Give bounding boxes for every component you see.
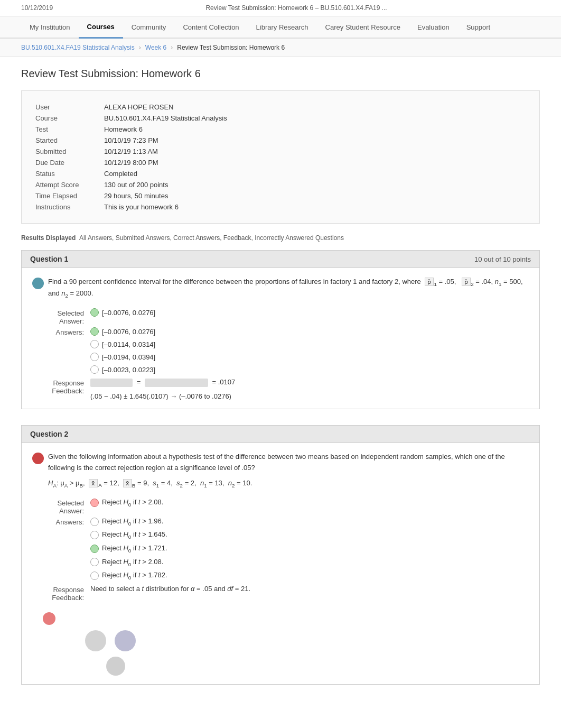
course-label: Course [32, 113, 101, 124]
question-1-text: Find a 90 percent confidence interval fo… [32, 277, 529, 300]
results-label: Results Displayed [21, 234, 76, 242]
info-row-status: Status Completed [32, 168, 529, 179]
nav-library-research[interactable]: Library Research [248, 17, 317, 38]
q1-answer-2: [–0.0114, 0.0314] [90, 340, 529, 348]
q2-feedback-text: Need to select a t distribution for α = … [90, 585, 529, 593]
question-1-block: Question 1 10 out of 10 points Find a 90… [21, 250, 540, 409]
q2-selected-text: Reject H0 if t > 2.08. [102, 498, 163, 508]
info-row-started: Started 10/10/19 7:23 PM [32, 135, 529, 146]
attempt-value: 130 out of 200 points [101, 179, 529, 190]
q1-answer-4: [–0.0023, 0.0223] [90, 365, 529, 374]
q2-answer-4-bullet [90, 558, 99, 566]
question-1-points: 10 out of 10 points [474, 255, 531, 263]
q2-answer-3-bullet [90, 545, 99, 553]
due-date-label: Due Date [32, 157, 101, 168]
info-row-test: Test Homework 6 [32, 124, 529, 135]
breadcrumb-sep1: › [139, 44, 141, 51]
q2-answer-5-text: Reject H0 if t > 1.782. [102, 571, 167, 580]
q1-answer-4-bullet [90, 365, 99, 374]
q1-answer-2-text: [–0.0114, 0.0314] [102, 340, 155, 348]
nav-my-institution[interactable]: My Institution [21, 17, 79, 38]
q2-answer-3-text: Reject H0 if t > 1.721. [102, 544, 167, 554]
q1-answer-1: [–0.0076, 0.0276] [90, 327, 529, 336]
info-row-course: Course BU.510.601.X4.FA19 Statistical An… [32, 113, 529, 124]
status-label: Status [32, 168, 101, 179]
page-title: Review Test Submission: Homework 6 [21, 68, 540, 80]
q2-image-placeholder [32, 612, 529, 625]
top-bar: 10/12/2019 Review Test Submission: Homew… [0, 0, 561, 16]
question-1-content: Find a 90 percent confidence interval fo… [48, 277, 529, 300]
info-row-attempt: Attempt Score 130 out of 200 points [32, 179, 529, 190]
question-2-text: Given the following information about a … [32, 451, 529, 490]
q2-answers-label: Answers: [32, 517, 90, 583]
q2-answers-list: Reject H0 if t > 1.96. Reject H0 if t > … [90, 517, 529, 583]
elapsed-value: 29 hours, 50 minutes [101, 190, 529, 201]
course-value: BU.510.601.X4.FA19 Statistical Analysis [101, 113, 529, 124]
submitted-value: 10/12/19 1:13 AM [101, 146, 529, 157]
q1-formula-result: = .0107 [212, 378, 235, 386]
q1-formula-blurred2 [145, 379, 208, 387]
q2-selected-bullet [90, 499, 99, 507]
question-2-indicator [32, 453, 44, 464]
page-header-title: Review Test Submission: Homework 6 – BU.… [205, 4, 387, 12]
q2-answer-1-bullet [90, 518, 99, 526]
q2-selected-content: Reject H0 if t > 2.08. [90, 498, 529, 515]
q2-answer-5: Reject H0 if t > 1.782. [90, 571, 529, 580]
user-value: ALEXA HOPE ROSEN [101, 102, 529, 113]
question-2-content: Given the following information about a … [48, 451, 529, 490]
q2-feedback-label: Response Feedback: [32, 585, 90, 602]
q2-answer-2-bullet [90, 531, 99, 539]
nav-content-collection[interactable]: Content Collection [174, 17, 247, 38]
breadcrumb-sep2: › [171, 44, 173, 51]
question-1-indicator [32, 278, 44, 289]
breadcrumb-course[interactable]: BU.510.601.X4.FA19 Statistical Analysis [21, 44, 135, 51]
q2-red-dot [43, 612, 55, 625]
q1-selected-bullet [90, 308, 99, 317]
q2-paragraph: Given the following information about a … [48, 451, 529, 474]
q2-answer-2-text: Reject H0 if t > 1.645. [102, 530, 167, 540]
nav-evaluation[interactable]: Evaluation [409, 17, 458, 38]
q1-answer-3-bullet [90, 353, 99, 361]
info-row-submitted: Submitted 10/12/19 1:13 AM [32, 146, 529, 157]
q2-formula-info: HA: μA > μB, x̄A = 12, x̄B = 9, s1 = 4, … [48, 478, 529, 490]
info-row-user: User ALEXA HOPE ROSEN [32, 102, 529, 113]
q1-feedback-formula: = = .0107 [90, 378, 529, 387]
nav-courses[interactable]: Courses [79, 16, 123, 39]
submission-table: User ALEXA HOPE ROSEN Course BU.510.601.… [32, 102, 529, 213]
q1-selected-answer-row: [–0.0076, 0.0276] [90, 308, 529, 317]
question-2-block: Question 2 Given the following informati… [21, 425, 540, 685]
q2-answer-4: Reject H0 if t > 2.08. [90, 558, 529, 567]
question-2-body: Given the following information about a … [21, 443, 540, 685]
q2-blurred-image-bottom [32, 657, 529, 676]
info-row-due: Due Date 10/12/19 8:00 PM [32, 157, 529, 168]
breadcrumb: BU.510.601.X4.FA19 Statistical Analysis … [0, 39, 561, 57]
question-2-header: Question 2 [21, 425, 540, 443]
q2-blurred-circle-1 [85, 630, 106, 651]
results-value: All Answers, Submitted Answers, Correct … [79, 234, 344, 242]
results-displayed: Results Displayed All Answers, Submitted… [21, 234, 540, 242]
info-row-elapsed: Time Elapsed 29 hours, 50 minutes [32, 190, 529, 201]
q2-selected-label: Selected Answer: [32, 498, 90, 515]
nav-community[interactable]: Community [123, 17, 175, 38]
q2-blurred-circle-2 [115, 630, 136, 651]
page-content: Review Test Submission: Homework 6 User … [0, 57, 561, 711]
question-2-title: Question 2 [30, 430, 68, 438]
q1-text: Find a 90 percent confidence interval fo… [48, 278, 421, 285]
submitted-label: Submitted [32, 146, 101, 157]
q2-answer-5-bullet [90, 572, 99, 580]
nav-carey-student-resource[interactable]: Carey Student Resource [317, 17, 409, 38]
q1-feedback-label: Response Feedback: [32, 378, 90, 400]
main-nav: My Institution Courses Community Content… [0, 16, 561, 39]
test-label: Test [32, 124, 101, 135]
q1-formula-blurred [90, 379, 133, 387]
breadcrumb-week[interactable]: Week 6 [145, 44, 166, 51]
q1-answer-3: [–0.0194, 0.0394] [90, 353, 529, 361]
q2-blurred-images [32, 630, 529, 651]
nav-support[interactable]: Support [458, 17, 499, 38]
elapsed-label: Time Elapsed [32, 190, 101, 201]
breadcrumb-page: Review Test Submission: Homework 6 [177, 44, 285, 51]
q2-blurred-circle-3 [106, 657, 125, 676]
question-1-answers-section: Selected Answer: [–0.0076, 0.0276] Answe… [32, 308, 529, 400]
attempt-label: Attempt Score [32, 179, 101, 190]
instructions-label: Instructions [32, 201, 101, 213]
